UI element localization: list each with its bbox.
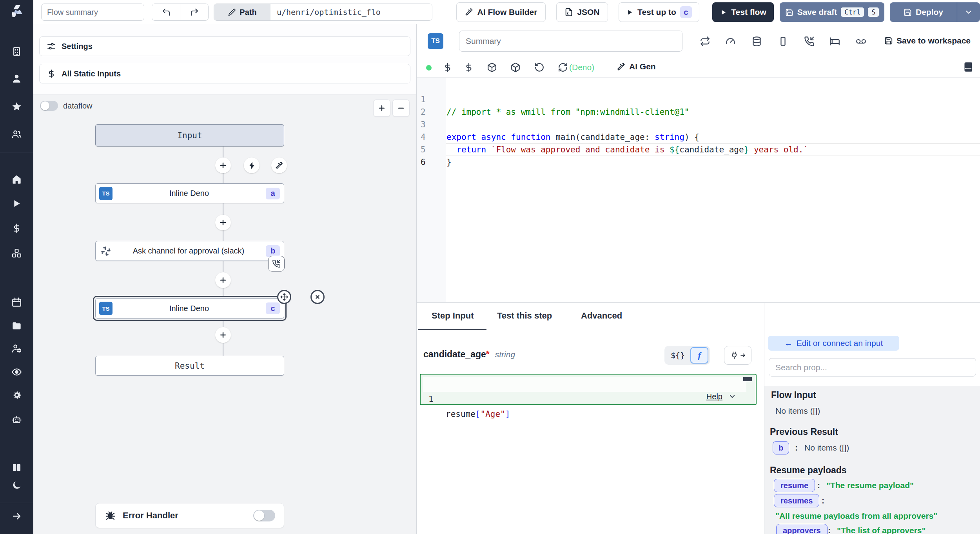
tab-step-input[interactable]: Step Input xyxy=(432,311,474,321)
zoom-in-button[interactable] xyxy=(373,100,390,117)
favorites-star-icon[interactable] xyxy=(11,101,22,112)
reload-refresh-icon[interactable] xyxy=(558,62,568,72)
plus-icon xyxy=(219,276,227,284)
insert-step-button[interactable] xyxy=(215,157,231,173)
tab-advanced[interactable]: Advanced xyxy=(581,311,622,321)
flow-node-b[interactable]: Ask channel for approval (slack) b xyxy=(95,241,284,261)
edit-or-connect-back-link[interactable]: ← Edit or connect an input xyxy=(768,336,899,351)
flow-input-heading: Flow Input xyxy=(771,390,816,400)
move-node-handle[interactable] xyxy=(277,290,291,304)
insert-trigger-button[interactable] xyxy=(244,157,260,173)
audit-eye-icon[interactable] xyxy=(11,367,22,377)
expression-editor[interactable]: 1 resume["Age"] Help xyxy=(420,374,757,405)
windmill-logo-icon[interactable] xyxy=(8,3,25,21)
groups-users-icon[interactable] xyxy=(11,129,22,139)
help-link[interactable]: Help xyxy=(706,392,722,401)
deploy-menu-button[interactable] xyxy=(957,8,980,16)
dataflow-toggle[interactable] xyxy=(40,101,58,111)
sliders-icon xyxy=(47,42,56,51)
deploy-button[interactable]: Deploy xyxy=(890,2,980,22)
prev-result-key-badge[interactable]: b xyxy=(773,441,789,454)
error-handler-label: Error Handler xyxy=(123,510,178,521)
test-flow-button[interactable]: Test flow xyxy=(712,2,774,22)
user-icon[interactable] xyxy=(11,73,22,84)
insert-ai-step-button[interactable] xyxy=(271,157,287,173)
approvers-key-badge[interactable]: approvers xyxy=(776,524,828,534)
resources-boxes-icon[interactable] xyxy=(11,248,22,259)
retry-repeat-icon[interactable] xyxy=(700,36,710,47)
flow-result-node[interactable]: Result xyxy=(95,356,284,376)
flow-input-node[interactable]: Input xyxy=(95,124,284,147)
all-static-inputs-bar[interactable]: All Static Inputs xyxy=(39,64,410,83)
tab-test-this-step[interactable]: Test this step xyxy=(497,311,552,321)
chevron-down-icon[interactable] xyxy=(728,393,736,400)
resume-key-badge[interactable]: resume xyxy=(774,479,815,492)
path-button[interactable]: Path xyxy=(214,4,270,20)
test-up-to-button[interactable]: Test up to c xyxy=(619,2,699,22)
schedules-calendar-icon[interactable] xyxy=(11,297,22,308)
prev-result-empty: No items ([]) xyxy=(804,443,849,453)
redo-button[interactable] xyxy=(180,4,208,20)
error-handler-toggle[interactable] xyxy=(253,510,275,521)
mock-voicemail-icon[interactable] xyxy=(856,36,866,47)
flow-node-a[interactable]: TS Inline Deno a xyxy=(95,183,284,203)
home-icon[interactable] xyxy=(11,174,22,185)
package-icon[interactable] xyxy=(487,62,497,72)
line-number: 1 xyxy=(428,392,434,407)
dark-mode-moon-icon[interactable] xyxy=(11,480,22,491)
suspend-phone-icon[interactable] xyxy=(804,36,815,47)
folders-icon[interactable] xyxy=(11,320,22,331)
undo-button[interactable] xyxy=(152,4,180,20)
javascript-expr-mode-button[interactable]: f xyxy=(690,347,708,364)
sleep-bed-icon[interactable] xyxy=(829,36,840,47)
step-summary-input[interactable] xyxy=(459,31,682,52)
plus-icon xyxy=(219,161,227,170)
early-stop-icon[interactable] xyxy=(778,36,788,47)
concurrency-gauge-icon[interactable] xyxy=(725,36,736,47)
insert-step-button[interactable] xyxy=(215,215,231,230)
step-bottom-section: Step Input Test this step Advanced candi… xyxy=(417,302,980,534)
resumes-key-badge[interactable]: resumes xyxy=(774,494,819,507)
error-handler-bar[interactable]: Error Handler xyxy=(95,503,284,528)
connect-input-plug-button[interactable] xyxy=(724,346,751,365)
json-button[interactable]: JSON xyxy=(556,2,608,22)
save-to-workspace-button[interactable]: Save to workspace xyxy=(884,36,971,45)
expand-sidebar-arrow-icon[interactable] xyxy=(11,511,22,521)
flow-summary-input[interactable] xyxy=(41,4,144,21)
play-icon xyxy=(626,9,633,16)
cache-database-icon[interactable] xyxy=(751,36,762,47)
flow-node-c[interactable]: TS Inline Deno c xyxy=(95,298,284,319)
workspace-building-icon[interactable] xyxy=(11,46,22,57)
close-icon xyxy=(313,293,322,301)
insert-step-button[interactable] xyxy=(215,272,231,288)
code-editor[interactable]: 1 // import * as wmill from "npm:windmil… xyxy=(417,78,980,302)
ai-bot-icon[interactable] xyxy=(11,414,22,425)
delete-node-button[interactable] xyxy=(310,290,325,304)
flow-node-c-selected[interactable]: TS Inline Deno c xyxy=(93,296,287,321)
resources-dollar-icon[interactable] xyxy=(464,62,474,72)
variables-dollar-icon[interactable] xyxy=(443,62,453,72)
node-a-title: Inline Deno xyxy=(113,189,266,198)
path-label: Path xyxy=(240,8,256,17)
static-template-mode-button[interactable]: ${} xyxy=(666,351,690,360)
lsp-status-dot xyxy=(426,65,432,71)
runs-play-icon[interactable] xyxy=(11,198,22,209)
flow-graph-canvas[interactable]: dataflow Input TS Inline Deno xyxy=(33,94,416,534)
settings-gear-icon[interactable] xyxy=(11,390,22,400)
zoom-out-button[interactable] xyxy=(392,100,410,117)
flow-settings-bar[interactable]: Settings xyxy=(39,36,410,56)
insert-step-button[interactable] xyxy=(215,327,231,343)
groups-settings-icon[interactable] xyxy=(11,343,22,354)
suspend-approval-phone-icon[interactable] xyxy=(268,256,285,272)
bug-icon xyxy=(105,510,116,521)
docs-books-icon[interactable] xyxy=(11,462,22,473)
library-book-icon[interactable] xyxy=(963,62,973,72)
input-mode-segmented-control: ${} f xyxy=(664,346,710,365)
package-icon[interactable] xyxy=(510,62,521,72)
search-prop-input[interactable] xyxy=(769,358,976,377)
ai-flow-builder-button[interactable]: AI Flow Builder xyxy=(456,2,546,22)
variables-dollar-icon[interactable] xyxy=(11,223,22,234)
ai-gen-button[interactable]: AI Gen xyxy=(617,62,656,71)
reset-rotate-ccw-icon[interactable] xyxy=(534,62,544,72)
save-draft-button[interactable]: Save draft Ctrl S xyxy=(780,2,884,22)
